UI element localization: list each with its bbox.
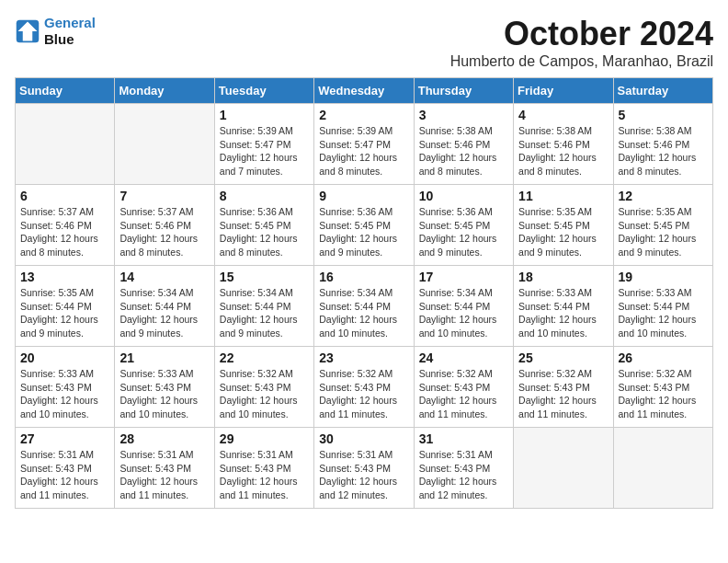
calendar-week-row: 6Sunrise: 5:37 AM Sunset: 5:46 PM Daylig… [16, 185, 713, 266]
day-info: Sunrise: 5:33 AM Sunset: 5:43 PM Dayligh… [20, 367, 109, 421]
day-number: 3 [419, 108, 508, 122]
month-title: October 2024 [450, 15, 713, 53]
day-number: 18 [518, 270, 608, 284]
logo: General Blue [15, 15, 96, 48]
calendar-cell: 25Sunrise: 5:32 AM Sunset: 5:43 PM Dayli… [514, 347, 613, 428]
location-title: Humberto de Campos, Maranhao, Brazil [450, 53, 713, 70]
day-number: 20 [20, 350, 109, 365]
calendar-week-row: 1Sunrise: 5:39 AM Sunset: 5:47 PM Daylig… [16, 104, 713, 185]
calendar-cell: 7Sunrise: 5:37 AM Sunset: 5:46 PM Daylig… [115, 185, 214, 266]
calendar-table: SundayMondayTuesdayWednesdayThursdayFrid… [15, 77, 713, 509]
day-number: 1 [220, 108, 309, 122]
calendar-cell: 5Sunrise: 5:38 AM Sunset: 5:46 PM Daylig… [613, 104, 712, 185]
calendar-cell: 11Sunrise: 5:35 AM Sunset: 5:45 PM Dayli… [514, 185, 613, 266]
day-info: Sunrise: 5:33 AM Sunset: 5:44 PM Dayligh… [518, 286, 608, 340]
calendar-cell: 24Sunrise: 5:32 AM Sunset: 5:43 PM Dayli… [414, 347, 513, 428]
weekday-header: Tuesday [214, 78, 313, 104]
calendar-cell [514, 428, 613, 509]
day-number: 17 [419, 270, 508, 284]
day-number: 29 [220, 431, 309, 446]
calendar-cell [613, 428, 712, 509]
calendar-week-row: 13Sunrise: 5:35 AM Sunset: 5:44 PM Dayli… [16, 266, 713, 347]
day-info: Sunrise: 5:34 AM Sunset: 5:44 PM Dayligh… [220, 286, 309, 340]
calendar-cell: 1Sunrise: 5:39 AM Sunset: 5:47 PM Daylig… [214, 104, 313, 185]
day-info: Sunrise: 5:34 AM Sunset: 5:44 PM Dayligh… [119, 286, 209, 340]
calendar-body: 1Sunrise: 5:39 AM Sunset: 5:47 PM Daylig… [16, 104, 713, 509]
calendar-cell: 20Sunrise: 5:33 AM Sunset: 5:43 PM Dayli… [16, 347, 115, 428]
day-number: 25 [518, 350, 608, 365]
day-info: Sunrise: 5:35 AM Sunset: 5:44 PM Dayligh… [20, 286, 109, 340]
day-info: Sunrise: 5:33 AM Sunset: 5:43 PM Dayligh… [119, 367, 209, 421]
calendar-cell: 26Sunrise: 5:32 AM Sunset: 5:43 PM Dayli… [613, 347, 712, 428]
day-info: Sunrise: 5:32 AM Sunset: 5:43 PM Dayligh… [518, 367, 608, 421]
calendar-cell: 3Sunrise: 5:38 AM Sunset: 5:46 PM Daylig… [414, 104, 513, 185]
day-info: Sunrise: 5:35 AM Sunset: 5:45 PM Dayligh… [518, 205, 608, 259]
day-number: 28 [119, 431, 209, 446]
calendar-cell [16, 104, 115, 185]
day-info: Sunrise: 5:33 AM Sunset: 5:44 PM Dayligh… [619, 286, 708, 340]
calendar-cell: 17Sunrise: 5:34 AM Sunset: 5:44 PM Dayli… [414, 266, 513, 347]
calendar-header: SundayMondayTuesdayWednesdayThursdayFrid… [16, 78, 713, 104]
day-number: 5 [619, 108, 708, 122]
day-info: Sunrise: 5:31 AM Sunset: 5:43 PM Dayligh… [119, 448, 209, 502]
day-info: Sunrise: 5:39 AM Sunset: 5:47 PM Dayligh… [319, 124, 408, 178]
calendar-cell: 15Sunrise: 5:34 AM Sunset: 5:44 PM Dayli… [214, 266, 313, 347]
calendar-week-row: 27Sunrise: 5:31 AM Sunset: 5:43 PM Dayli… [16, 428, 713, 509]
calendar-cell: 6Sunrise: 5:37 AM Sunset: 5:46 PM Daylig… [16, 185, 115, 266]
title-area: October 2024 Humberto de Campos, Maranha… [450, 15, 713, 70]
day-number: 23 [319, 350, 408, 365]
calendar-cell: 18Sunrise: 5:33 AM Sunset: 5:44 PM Dayli… [514, 266, 613, 347]
day-number: 11 [518, 189, 608, 203]
calendar-cell: 31Sunrise: 5:31 AM Sunset: 5:43 PM Dayli… [414, 428, 513, 509]
day-number: 19 [619, 270, 708, 284]
calendar-cell: 14Sunrise: 5:34 AM Sunset: 5:44 PM Dayli… [115, 266, 214, 347]
day-number: 30 [319, 431, 408, 446]
calendar-cell: 22Sunrise: 5:32 AM Sunset: 5:43 PM Dayli… [214, 347, 313, 428]
weekday-header: Friday [514, 78, 613, 104]
day-info: Sunrise: 5:38 AM Sunset: 5:46 PM Dayligh… [619, 124, 708, 178]
day-info: Sunrise: 5:39 AM Sunset: 5:47 PM Dayligh… [220, 124, 309, 178]
weekday-header: Monday [115, 78, 214, 104]
day-info: Sunrise: 5:38 AM Sunset: 5:46 PM Dayligh… [419, 124, 508, 178]
day-info: Sunrise: 5:32 AM Sunset: 5:43 PM Dayligh… [220, 367, 309, 421]
day-number: 31 [419, 431, 508, 446]
day-number: 8 [220, 189, 309, 203]
calendar-cell: 21Sunrise: 5:33 AM Sunset: 5:43 PM Dayli… [115, 347, 214, 428]
calendar-cell: 9Sunrise: 5:36 AM Sunset: 5:45 PM Daylig… [314, 185, 414, 266]
day-number: 10 [419, 189, 508, 203]
calendar-cell: 13Sunrise: 5:35 AM Sunset: 5:44 PM Dayli… [16, 266, 115, 347]
day-number: 4 [518, 108, 608, 122]
calendar-cell: 4Sunrise: 5:38 AM Sunset: 5:46 PM Daylig… [514, 104, 613, 185]
weekday-header: Thursday [414, 78, 513, 104]
day-info: Sunrise: 5:31 AM Sunset: 5:43 PM Dayligh… [220, 448, 309, 502]
day-info: Sunrise: 5:36 AM Sunset: 5:45 PM Dayligh… [319, 205, 408, 259]
day-info: Sunrise: 5:34 AM Sunset: 5:44 PM Dayligh… [319, 286, 408, 340]
day-number: 13 [20, 270, 109, 284]
day-number: 16 [319, 270, 408, 284]
day-number: 7 [119, 189, 209, 203]
logo-icon [15, 18, 40, 44]
calendar-cell: 10Sunrise: 5:36 AM Sunset: 5:45 PM Dayli… [414, 185, 513, 266]
day-info: Sunrise: 5:31 AM Sunset: 5:43 PM Dayligh… [319, 448, 408, 502]
day-info: Sunrise: 5:34 AM Sunset: 5:44 PM Dayligh… [419, 286, 508, 340]
calendar-week-row: 20Sunrise: 5:33 AM Sunset: 5:43 PM Dayli… [16, 347, 713, 428]
weekday-header-row: SundayMondayTuesdayWednesdayThursdayFrid… [16, 78, 713, 104]
calendar-cell: 8Sunrise: 5:36 AM Sunset: 5:45 PM Daylig… [214, 185, 313, 266]
weekday-header: Sunday [16, 78, 115, 104]
day-info: Sunrise: 5:31 AM Sunset: 5:43 PM Dayligh… [419, 448, 508, 502]
day-info: Sunrise: 5:36 AM Sunset: 5:45 PM Dayligh… [220, 205, 309, 259]
day-number: 22 [220, 350, 309, 365]
day-info: Sunrise: 5:31 AM Sunset: 5:43 PM Dayligh… [20, 448, 109, 502]
calendar-cell [115, 104, 214, 185]
day-number: 26 [619, 350, 708, 365]
calendar-cell: 28Sunrise: 5:31 AM Sunset: 5:43 PM Dayli… [115, 428, 214, 509]
weekday-header: Saturday [613, 78, 712, 104]
day-info: Sunrise: 5:38 AM Sunset: 5:46 PM Dayligh… [518, 124, 608, 178]
day-number: 14 [119, 270, 209, 284]
day-number: 6 [20, 189, 109, 203]
calendar-cell: 12Sunrise: 5:35 AM Sunset: 5:45 PM Dayli… [613, 185, 712, 266]
calendar-cell: 23Sunrise: 5:32 AM Sunset: 5:43 PM Dayli… [314, 347, 414, 428]
day-info: Sunrise: 5:36 AM Sunset: 5:45 PM Dayligh… [419, 205, 508, 259]
day-info: Sunrise: 5:32 AM Sunset: 5:43 PM Dayligh… [619, 367, 708, 421]
day-number: 2 [319, 108, 408, 122]
